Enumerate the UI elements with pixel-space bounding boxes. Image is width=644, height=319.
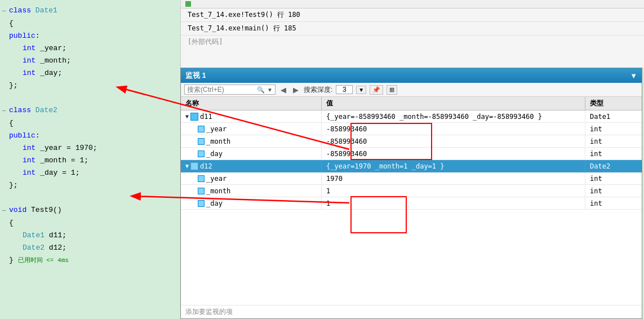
search-input[interactable] — [187, 86, 255, 94]
watch-row-d11-month[interactable]: _month -858993460 int — [181, 135, 642, 148]
col-value-d11-month: -858993460 — [322, 135, 585, 147]
code-line-10: { — [0, 117, 180, 130]
nav-forward-btn[interactable]: ▶ — [291, 86, 300, 94]
col-value-d11-day: -858993460 — [322, 148, 585, 160]
collapse-btn-3[interactable]: — — [2, 205, 9, 217]
code-line-18: { — [0, 217, 180, 229]
cube-icon-d12 — [190, 162, 198, 170]
call-stack-item-2: Test_7_14.exe!main() 行 185 — [181, 22, 644, 36]
col-name-d11-day: _day — [181, 148, 322, 160]
watch-row-d12-month[interactable]: _month 1 int — [181, 185, 642, 197]
code-line-11: public: — [0, 130, 180, 142]
col-name-d11-year: _year — [181, 123, 322, 135]
call-stack-item-3: [外部代码] — [181, 36, 644, 48]
depth-input[interactable] — [336, 85, 353, 94]
right-panel: Test_7_14.exe!Test9() 行 180 Test_7_14.ex… — [180, 0, 644, 68]
code-line-21: } 已用时间 <= 4ms — [0, 254, 180, 267]
depth-dropdown-btn[interactable]: ▼ — [356, 86, 366, 94]
watch-row-d11[interactable]: ▼ d11 {_year=-858993460 _month=-85899346… — [181, 110, 642, 123]
header-value: 值 — [322, 97, 585, 110]
header-type: 类型 — [585, 97, 642, 110]
code-editor: — class Date1 { public: int _year; int _… — [0, 0, 180, 319]
col-value-d12-month: 1 — [322, 185, 585, 197]
watch-table-body: ▼ d11 {_year=-858993460 _month=-85899346… — [181, 110, 642, 305]
green-dot — [185, 1, 191, 7]
code-line-15: }; — [0, 179, 180, 192]
code-line-1: — class Date1 — [0, 2, 180, 17]
col-type-d12: Date2 — [585, 160, 642, 172]
col-name-d12-day: _day — [181, 197, 322, 209]
code-line-13: int _month = 1; — [0, 154, 180, 167]
watch-collapse-btn[interactable]: ▼ — [630, 72, 637, 80]
collapse-btn-1[interactable]: — — [2, 5, 9, 17]
cube-icon-small-1 — [198, 126, 205, 132]
expand-arrow-d11[interactable]: ▼ — [185, 113, 189, 119]
call-stack-item-1: Test_7_14.exe!Test9() 行 180 — [181, 8, 644, 22]
expand-arrow-d12[interactable]: ▼ — [185, 163, 189, 169]
col-type-d12-year: int — [585, 172, 642, 184]
col-value-d12-day: 1 — [322, 197, 585, 209]
col-value-d12: {_year=1970 _month=1 _day=1 } — [322, 160, 585, 172]
col-type-d12-day: int — [585, 197, 642, 209]
cube-icon-small-6 — [198, 200, 205, 207]
col-type-d11-month: int — [585, 135, 642, 147]
col-name-d12-year: _year — [181, 172, 322, 184]
code-line-12: int _year = 1970; — [0, 142, 180, 154]
col-name-d12-month: _month — [181, 185, 322, 197]
header-name: 名称 — [181, 97, 322, 110]
code-line-14: int _day = 1; — [0, 167, 180, 179]
cube-icon-small-4 — [198, 175, 205, 182]
watch-row-d11-day[interactable]: _day -858993460 int — [181, 148, 642, 160]
watch-table-header: 名称 值 类型 — [181, 97, 642, 110]
cube-icon-small-5 — [198, 188, 205, 194]
watch-row-d11-year[interactable]: _year -858993460 int — [181, 123, 642, 135]
code-line-20: Date2 d12; — [0, 242, 180, 254]
search-icon: 🔍 — [257, 86, 265, 94]
col-type-d12-month: int — [585, 185, 642, 197]
code-line-17: — void Test9() — [0, 204, 180, 217]
code-line-5: int _month; — [0, 55, 180, 67]
code-line-6: int _day; — [0, 67, 180, 79]
watch-row-d12[interactable]: ▼ d12 {_year=1970 _month=1 _day=1 } Date… — [181, 160, 642, 172]
add-watch-row[interactable]: 添加要监视的项 — [181, 305, 642, 318]
col-value-d11: {_year=-858993460 _month=-858993460 _day… — [322, 110, 585, 122]
code-line-19: Date1 d11; — [0, 229, 180, 242]
code-line-16 — [0, 192, 180, 204]
depth-label: 搜索深度: — [304, 85, 332, 95]
cube-icon-small-3 — [198, 150, 205, 157]
col-name-d11-month: _month — [181, 135, 322, 147]
toolbar-pin-btn[interactable]: 📌 — [370, 85, 383, 95]
code-line-7: }; — [0, 79, 180, 92]
code-line-2: { — [0, 17, 180, 30]
toolbar-view-btn[interactable]: ⊞ — [387, 85, 397, 95]
col-value-d11-year: -858993460 — [322, 123, 585, 135]
watch-row-d12-day[interactable]: _day 1 int — [181, 197, 642, 210]
col-type-d11-day: int — [585, 148, 642, 160]
cube-icon-small-2 — [198, 138, 205, 145]
nav-back-btn[interactable]: ◀ — [279, 86, 288, 94]
watch-toolbar: 🔍 ▼ ◀ ▶ 搜索深度: ▼ 📌 ⊞ — [181, 83, 642, 97]
cube-icon-d11 — [190, 113, 198, 121]
watch-title-bar: 监视 1 ▼ — [181, 68, 642, 83]
code-line-3: public: — [0, 30, 180, 42]
watch-title: 监视 1 — [185, 70, 206, 81]
col-type-d11-year: int — [585, 123, 642, 135]
watch-row-d12-year[interactable]: _year 1970 int — [181, 172, 642, 185]
code-line-8 — [0, 92, 180, 104]
col-name-d11: ▼ d11 — [181, 110, 322, 122]
code-line-9: — class Date2 — [0, 104, 180, 117]
watch-panel: 监视 1 ▼ 🔍 ▼ ◀ ▶ 搜索深度: ▼ 📌 ⊞ 名称 值 类型 — [180, 68, 642, 319]
col-name-d12: ▼ d12 — [181, 160, 322, 172]
search-box[interactable]: 🔍 ▼ — [184, 85, 276, 95]
code-line-4: int _year; — [0, 42, 180, 55]
search-dropdown-icon[interactable]: ▼ — [267, 87, 273, 93]
collapse-btn-2[interactable]: — — [2, 105, 9, 117]
col-type-d11: Date1 — [585, 110, 642, 122]
col-value-d12-year: 1970 — [322, 172, 585, 184]
